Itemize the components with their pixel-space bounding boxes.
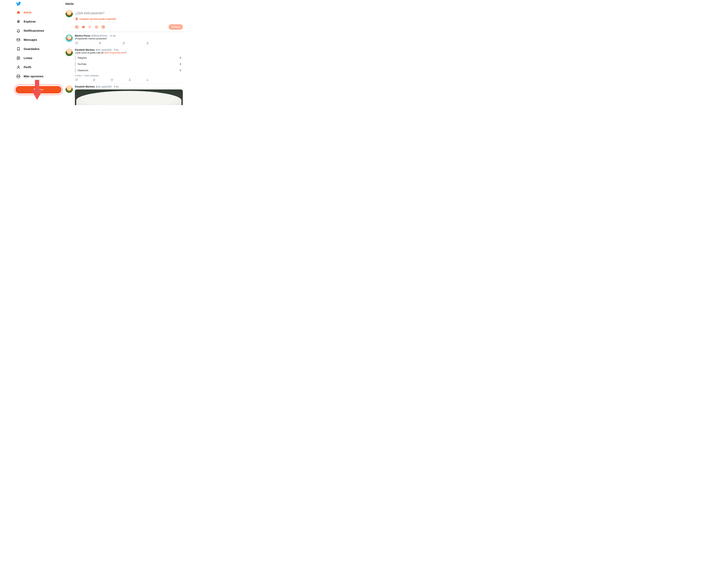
list-icon xyxy=(16,56,21,60)
sidebar-item-label: Guardados xyxy=(24,47,40,51)
retweet-icon[interactable] xyxy=(93,79,95,81)
sidebar-item-label: Perfil xyxy=(24,65,31,69)
svg-text:GIF: GIF xyxy=(83,26,84,27)
tweet-text: ¡Preparando nuevos proyectos! xyxy=(75,37,183,40)
tweet[interactable]: Martica Flores @MarticaFlores · 11 dic. … xyxy=(63,33,186,47)
schedule-icon[interactable] xyxy=(101,25,105,29)
svg-point-2 xyxy=(18,66,19,67)
sidebar: Inicio Explorar Notificaciones Mensajes … xyxy=(0,0,63,588)
sidebar-item-profile[interactable]: Perfil xyxy=(14,63,60,71)
poll-meta: 0 votos · 2 días restantes xyxy=(75,74,183,77)
reply-setting-label: Cualquier persona puede responder xyxy=(80,18,116,20)
sidebar-item-lists[interactable]: Listas xyxy=(14,54,60,62)
tweet-avatar[interactable] xyxy=(65,85,73,93)
tweet-date: 9 dic. xyxy=(114,49,119,51)
tweet-author-handle[interactable]: @eli_sabe2020 xyxy=(96,85,111,88)
svg-point-12 xyxy=(95,26,98,28)
tweet-button-highlight: Twittear xyxy=(14,84,63,95)
mention-link[interactable]: @GCFAprendeLibre xyxy=(104,51,125,54)
share-icon[interactable] xyxy=(128,79,131,81)
sidebar-item-label: Explorar xyxy=(24,20,36,23)
tweet-media[interactable] xyxy=(75,89,183,105)
svg-point-6 xyxy=(19,76,19,77)
sidebar-item-label: Más opciones xyxy=(24,75,43,78)
sidebar-item-home[interactable]: Inicio xyxy=(14,8,60,17)
svg-point-9 xyxy=(76,26,77,27)
tweet-author-handle[interactable]: @MarticaFlores xyxy=(91,35,107,37)
sidebar-item-label: Inicio xyxy=(24,11,31,14)
bell-icon xyxy=(16,28,21,33)
reply-setting-button[interactable]: Cualquier persona puede responder xyxy=(75,17,183,23)
poll-option[interactable]: Telegram0 xyxy=(75,56,183,60)
svg-point-5 xyxy=(18,76,19,77)
tweet-author-handle[interactable]: @eli_sabe2020 xyxy=(96,49,111,51)
poll-icon[interactable] xyxy=(88,25,92,29)
analytics-icon[interactable] xyxy=(146,79,149,81)
poll-option[interactable]: YouTube0 xyxy=(75,62,183,67)
tweet-avatar[interactable] xyxy=(65,35,73,42)
retweet-icon[interactable] xyxy=(99,42,102,44)
hash-icon xyxy=(16,19,21,24)
main-timeline: Inicio Cualquier persona puede responder… xyxy=(63,0,186,588)
tweet-text: ¿Qué curso te gusta más de @GCFAprendeLi… xyxy=(75,51,183,54)
like-icon[interactable] xyxy=(122,42,125,44)
like-icon[interactable] xyxy=(110,79,113,81)
more-icon xyxy=(16,74,21,79)
svg-point-13 xyxy=(96,26,96,27)
tweet-author-name[interactable]: Elizabeth Martínez xyxy=(75,85,95,88)
compose-avatar[interactable] xyxy=(65,10,73,17)
poll: Telegram0 YouTube0 Classroom0 0 votos · … xyxy=(75,56,183,77)
poll-option[interactable]: Classroom0 xyxy=(75,68,183,73)
sidebar-item-messages[interactable]: Mensajes xyxy=(14,36,60,44)
reply-icon[interactable] xyxy=(75,42,78,44)
sidebar-item-label: Listas xyxy=(24,56,33,60)
sidebar-item-more[interactable]: Más opciones xyxy=(14,72,60,81)
bookmark-icon xyxy=(16,47,21,51)
share-icon[interactable] xyxy=(146,42,149,44)
sidebar-item-bookmarks[interactable]: Guardados xyxy=(14,45,60,53)
sidebar-item-explore[interactable]: Explorar xyxy=(14,17,60,26)
page-title: Inicio xyxy=(63,0,186,8)
compose-input[interactable] xyxy=(75,10,183,17)
svg-point-14 xyxy=(97,26,97,27)
svg-rect-8 xyxy=(75,26,78,28)
tweet-date: 9 dic. xyxy=(114,85,119,88)
reply-icon[interactable] xyxy=(75,79,78,81)
tweet-avatar[interactable] xyxy=(65,49,73,56)
tweet[interactable]: Elizabeth Martínez @eli_sabe2020 · 9 dic… xyxy=(63,83,186,107)
home-icon xyxy=(16,10,21,15)
tweet[interactable]: Elizabeth Martínez @eli_sabe2020 · 9 dic… xyxy=(63,47,186,83)
compose-box: Cualquier persona puede responder GIF Tw… xyxy=(63,8,186,33)
emoji-icon[interactable] xyxy=(95,25,98,29)
gif-icon[interactable]: GIF xyxy=(82,25,85,29)
twitter-logo-icon[interactable] xyxy=(16,1,21,6)
compose-submit-button[interactable]: Twittear xyxy=(169,24,183,30)
tweet-author-name[interactable]: Martica Flores xyxy=(75,35,90,37)
envelope-icon xyxy=(16,38,21,42)
sidebar-item-label: Notificaciones xyxy=(24,29,44,33)
globe-icon xyxy=(75,17,78,20)
image-icon[interactable] xyxy=(75,25,79,29)
svg-point-4 xyxy=(17,76,18,77)
tweet-author-name[interactable]: Elizabeth Martínez xyxy=(75,49,95,51)
sidebar-item-notifications[interactable]: Notificaciones xyxy=(14,26,60,35)
sidebar-item-label: Mensajes xyxy=(24,38,37,42)
profile-icon xyxy=(16,65,21,69)
tweet-date: 11 dic. xyxy=(110,35,116,37)
tweet-button[interactable]: Twittear xyxy=(16,86,62,93)
